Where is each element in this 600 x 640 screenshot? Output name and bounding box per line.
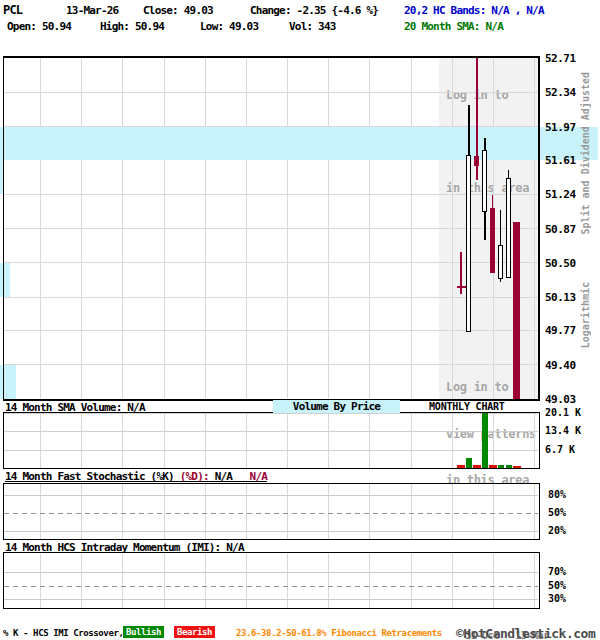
- indicator-axis-label: 30%: [548, 593, 566, 604]
- price-axis-label: 49.03: [545, 393, 576, 406]
- imi-section-label: 14 Month HCS Intraday Momentum (IMI): N/…: [5, 541, 244, 554]
- volume-section-label: 14 Month SMA Volume: N/A: [5, 401, 145, 414]
- indicator-axis-label: 50%: [548, 507, 566, 518]
- chart-type-label: MONTHLY CHART: [429, 401, 505, 412]
- copyright: ©HotCandlestick.com: [456, 626, 595, 640]
- bullish-badge: Bullish: [123, 626, 164, 638]
- price-axis-label: 50.87: [545, 223, 576, 236]
- fibonacci-label: 23.6-38.2-50-61.8% Fibonacci Retracement…: [236, 628, 442, 638]
- price-axis-label: 51.97: [545, 121, 576, 134]
- stoch-label-d: (%D):: [180, 470, 209, 483]
- split-dividend-adjusted-label: Split and Dividend Adjusted: [580, 72, 591, 235]
- stoch-label-k: 14 Month Fast Stochastic (%K): [5, 470, 180, 483]
- stoch-label-na2: N/A: [232, 470, 267, 483]
- indicator-axis-label: 20%: [548, 525, 566, 536]
- price-axis-label: 52.34: [545, 86, 576, 99]
- price-axis-label: 49.77: [545, 324, 576, 337]
- price-axis-label: 51.24: [545, 188, 576, 201]
- indicator-axis-label: 50%: [548, 580, 566, 591]
- price-axis-label: 50.13: [545, 291, 576, 304]
- stock-chart-page: PCL 13-Mar-26 Close: 49.03 Change: -2.35…: [0, 0, 600, 640]
- bearish-badge: Bearish: [174, 626, 215, 638]
- price-axis-label: 52.71: [545, 52, 576, 65]
- stochastic-panel: [3, 483, 540, 540]
- logarithmic-label: Logarithmic: [580, 282, 591, 348]
- indicator-axis-label: 70%: [548, 566, 566, 577]
- imi-panel: [3, 552, 540, 609]
- stochastic-section-label: 14 Month Fast Stochastic (%K) (%D): N/A …: [5, 470, 267, 483]
- stoch-label-na1: N/A: [209, 470, 232, 483]
- main-chart-panel: [3, 56, 540, 401]
- volume-axis-label: 6.7 K: [545, 444, 575, 455]
- volume-axis-label: 13.4 K: [545, 425, 581, 436]
- price-axis-label: 49.40: [545, 359, 576, 372]
- volume-by-price-label: Volume By Price: [273, 400, 400, 413]
- footer-crossover-label: % K - HCS IMI Crossover,: [3, 628, 123, 638]
- indicator-axis-label: 80%: [548, 489, 566, 500]
- price-axis-label: 51.61: [545, 154, 576, 167]
- volume-panel: [3, 412, 540, 469]
- price-axis-label: 50.50: [545, 257, 576, 270]
- volume-axis-label: 20.1 K: [545, 407, 581, 418]
